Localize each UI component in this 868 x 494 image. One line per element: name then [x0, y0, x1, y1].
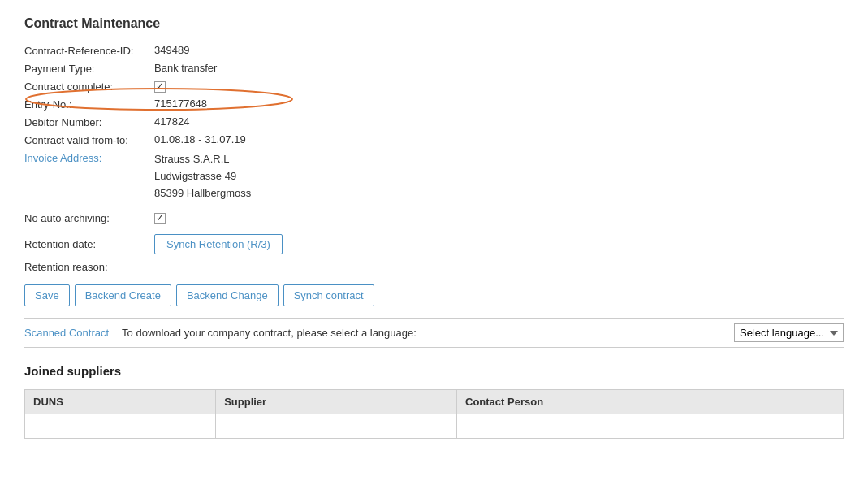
cell-supplier [216, 414, 457, 439]
col-supplier: Supplier [216, 390, 457, 414]
invoice-address-value: Strauss S.A.R.L Ludwigstrasse 49 85399 H… [154, 151, 844, 202]
col-duns: DUNS [25, 390, 216, 414]
valid-from-to-value: 01.08.18 - 31.07.19 [154, 133, 844, 146]
no-auto-archiving-checkbox[interactable] [154, 213, 166, 224]
reference-id-label: Contract-Reference-ID: [24, 44, 154, 57]
no-auto-archiving-value [154, 211, 844, 224]
payment-type-label: Payment Type: [24, 62, 154, 75]
suppliers-table-body [25, 414, 844, 439]
no-auto-archiving-label: No auto archiving: [24, 211, 154, 224]
valid-from-to-label: Contract valid from-to: [24, 133, 154, 146]
backend-change-button[interactable]: Backend Change [176, 284, 279, 306]
table-header-row: DUNS Supplier Contact Person [25, 390, 844, 414]
joined-suppliers-title: Joined suppliers [24, 364, 844, 378]
action-buttons: Save Backend Create Backend Change Synch… [24, 284, 844, 306]
backend-create-button[interactable]: Backend Create [75, 284, 171, 306]
language-selector-wrapper: Select language... English German French… [734, 323, 844, 342]
language-select[interactable]: Select language... English German French… [734, 323, 844, 342]
contract-complete-value [154, 80, 844, 93]
contract-complete-label: Contract complete: [24, 80, 154, 93]
synch-contract-button[interactable]: Synch contract [283, 284, 374, 306]
reference-id-value: 349489 [154, 44, 844, 57]
col-contact-person: Contact Person [457, 390, 844, 414]
contract-form: Contract-Reference-ID: 349489 Payment Ty… [24, 44, 844, 224]
entry-no-label: Entry-No.: [24, 98, 154, 110]
invoice-address-label[interactable]: Invoice Address: [24, 151, 154, 202]
debitor-value: 417824 [154, 115, 844, 128]
payment-type-value: Bank transfer [154, 62, 844, 75]
entry-no-value: 715177648 [154, 98, 844, 110]
retention-date-row: Retention date: Synch Retention (R/3) [24, 234, 844, 254]
table-row [25, 414, 844, 439]
contract-complete-checkbox[interactable] [154, 81, 166, 93]
synch-retention-button[interactable]: Synch Retention (R/3) [154, 234, 283, 254]
scanned-contract-row: Scanned Contract To download your compan… [24, 318, 844, 348]
cell-contact-person [457, 414, 844, 439]
retention-reason-label: Retention reason: [24, 261, 154, 273]
scanned-contract-link[interactable]: Scanned Contract [24, 327, 109, 339]
suppliers-table: DUNS Supplier Contact Person [24, 389, 844, 439]
retention-date-label: Retention date: [24, 238, 154, 250]
page-title: Contract Maintenance [24, 16, 844, 31]
retention-reason-row: Retention reason: [24, 261, 844, 273]
joined-suppliers-section: Joined suppliers DUNS Supplier Contact P… [24, 364, 844, 439]
cell-duns [25, 414, 216, 439]
scanned-contract-description: To download your company contract, pleas… [122, 327, 721, 339]
save-button[interactable]: Save [24, 284, 70, 306]
debitor-label: Debitor Number: [24, 115, 154, 128]
